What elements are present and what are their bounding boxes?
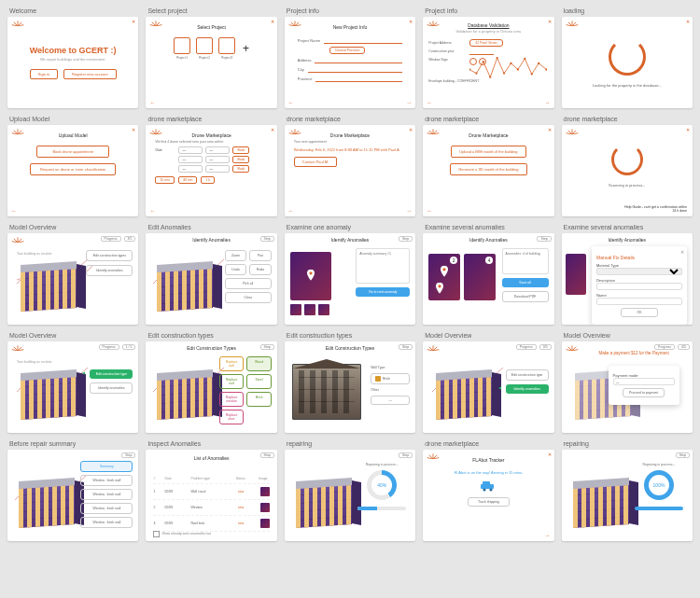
- screen-drone-booked: ✕ Drone Marketplace Your next appointmen…: [285, 125, 415, 216]
- building-3d: [147, 250, 213, 315]
- anomaly-image[interactable]: 4: [464, 254, 496, 300]
- opt-pill[interactable]: 1 h: [201, 176, 215, 184]
- next-icon[interactable]: →: [406, 208, 412, 214]
- clear-button[interactable]: Clear: [225, 292, 272, 303]
- name-field[interactable]: [324, 37, 402, 44]
- track-msg: FLAbot is on the way! Arriving in 15 min…: [423, 470, 553, 475]
- desc-input[interactable]: [596, 283, 682, 290]
- book-drone-button[interactable]: Book drone appointment: [36, 146, 109, 158]
- close-icon[interactable]: ✕: [271, 19, 274, 24]
- register-button[interactable]: Register new account: [63, 69, 116, 79]
- identify-anom-button[interactable]: ◀Identify anomalies: [506, 384, 549, 394]
- step-pill: 4/5: [678, 344, 690, 350]
- replace-window-button[interactable]: Replace window: [219, 392, 245, 407]
- city-field[interactable]: [308, 66, 403, 73]
- add-project-icon[interactable]: +: [243, 42, 249, 55]
- close-icon[interactable]: ✕: [548, 19, 552, 24]
- anomaly-image[interactable]: [290, 252, 331, 300]
- screen-title: drone marketplace: [287, 116, 415, 122]
- pan-button[interactable]: Pan: [249, 250, 272, 261]
- back-icon[interactable]: ←: [288, 100, 294, 105]
- svg-point-23: [489, 76, 491, 78]
- province-field[interactable]: [315, 76, 402, 82]
- repair-msg: Repairing in process...: [635, 463, 683, 466]
- next-icon[interactable]: →: [545, 100, 551, 105]
- brick-button[interactable]: Brick: [246, 392, 272, 407]
- summary-line: Window : brick wall: [80, 503, 133, 514]
- progress-pill: Progress: [99, 344, 119, 350]
- back-icon[interactable]: ←: [427, 208, 432, 214]
- close-icon[interactable]: ✕: [132, 127, 135, 132]
- validation-chart: [469, 54, 546, 85]
- download-button[interactable]: Download PDF: [502, 291, 549, 302]
- screen-title: drone marketplace: [425, 440, 553, 447]
- thumb[interactable]: [318, 304, 329, 315]
- proceed-button[interactable]: Proceed to payment: [623, 388, 665, 397]
- address-field[interactable]: [315, 57, 402, 63]
- anomaly-image[interactable]: [566, 254, 586, 295]
- back-icon[interactable]: ←: [11, 208, 17, 214]
- checkbox-icon[interactable]: [153, 531, 160, 537]
- steel-button[interactable]: Steel: [246, 374, 272, 389]
- back-icon[interactable]: ←: [288, 208, 294, 214]
- name-input[interactable]: [596, 298, 682, 305]
- close-icon[interactable]: ✕: [548, 127, 552, 132]
- project-card[interactable]: [196, 37, 213, 54]
- back-icon[interactable]: ←: [149, 100, 155, 105]
- material-input[interactable]: [596, 268, 682, 275]
- contact-button[interactable]: Contact Paul M.: [294, 157, 337, 167]
- track-button[interactable]: Track shipping: [468, 497, 510, 507]
- upload-bim-button[interactable]: Upload a BIM model of the building: [451, 146, 525, 158]
- mkt-heading: Drone Marketplace: [285, 132, 415, 138]
- payment-input[interactable]: [613, 378, 675, 385]
- replace-roof-button[interactable]: Replace roof: [219, 374, 245, 389]
- signin-button[interactable]: Sign in: [30, 69, 58, 79]
- anomaly-image[interactable]: 2: [428, 254, 460, 300]
- screen-title: drone marketplace: [425, 116, 553, 122]
- next-anomaly-button[interactable]: Go to next anomaly: [356, 287, 410, 297]
- next-icon[interactable]: →: [406, 100, 412, 105]
- province-dropdown[interactable]: Choose Province: [329, 47, 366, 54]
- back-icon[interactable]: ←: [427, 100, 432, 105]
- edit-ctype-button[interactable]: Edit construction types: [86, 250, 133, 261]
- edit-ctype-button[interactable]: Edit construction type: [506, 369, 549, 381]
- close-icon[interactable]: ✕: [271, 127, 274, 132]
- replace-wall-button[interactable]: Replace wall: [219, 356, 245, 371]
- thumb[interactable]: [290, 304, 301, 315]
- pin-icon: [440, 266, 449, 277]
- request-drone-button[interactable]: Request an drone or inner classification: [30, 163, 116, 175]
- book-button[interactable]: Book: [232, 165, 249, 173]
- close-icon[interactable]: ✕: [409, 19, 413, 24]
- identify-anom-button[interactable]: Identify anomalies: [90, 382, 133, 394]
- edit-ctype-button[interactable]: ◀Edit construction type: [90, 369, 133, 379]
- track-heading: FLAbot Tracker: [423, 457, 553, 463]
- next-icon[interactable]: →: [545, 533, 551, 538]
- wood-button[interactable]: Wood: [246, 356, 272, 371]
- pickall-button[interactable]: Pick all: [225, 278, 272, 289]
- table-row[interactable]: 302/09Roof leaknew: [153, 516, 269, 532]
- close-icon[interactable]: ✕: [409, 127, 413, 132]
- close-icon[interactable]: ✕: [548, 452, 552, 457]
- zoom-button[interactable]: Zoom: [225, 250, 247, 261]
- opt-pill[interactable]: 30 min: [178, 176, 198, 184]
- undo-button[interactable]: Undo: [225, 264, 247, 275]
- project-label: Project 3: [218, 56, 235, 60]
- table-row[interactable]: 102/09Wall cracknew: [153, 484, 269, 500]
- project-card[interactable]: [218, 37, 235, 54]
- ok-button[interactable]: OK: [621, 308, 657, 317]
- opt-pill[interactable]: 15 min: [155, 176, 175, 184]
- table-row[interactable]: 202/09Windownew: [153, 500, 269, 516]
- thumb[interactable]: [304, 304, 315, 315]
- book-button[interactable]: Book: [232, 156, 249, 163]
- screen-edit-ctype-photo: Edit Construction Types Step Wall Type B…: [285, 341, 415, 433]
- other-select[interactable]: —: [371, 396, 410, 405]
- identify-anom-button[interactable]: Identify anomalies: [86, 265, 133, 276]
- wall-type-select[interactable]: Brick: [371, 373, 410, 384]
- saveall-button[interactable]: Save all: [502, 278, 549, 287]
- replace-door-button[interactable]: Replace door: [219, 410, 245, 424]
- project-card[interactable]: [174, 37, 190, 54]
- back-icon[interactable]: ←: [149, 208, 155, 214]
- book-button[interactable]: Book: [232, 146, 249, 154]
- redo-button[interactable]: Redo: [249, 264, 272, 275]
- gen-3d-button[interactable]: Generate a 3D model of the building: [450, 163, 526, 175]
